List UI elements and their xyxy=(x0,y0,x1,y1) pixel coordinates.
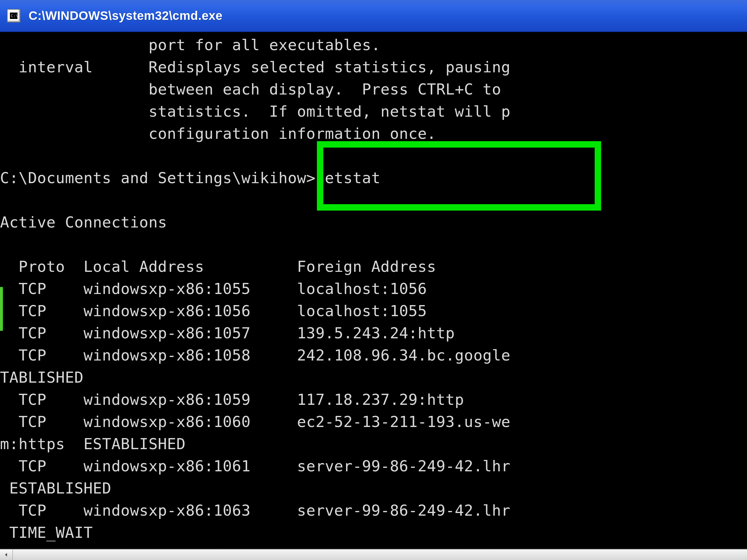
terminal-line: TCP windowsxp-x86:1059 117.18.237.29:htt… xyxy=(0,389,747,411)
terminal-line xyxy=(0,233,747,256)
horizontal-scrollbar[interactable] xyxy=(0,549,747,560)
terminal-output[interactable]: port for all executables. interval Redis… xyxy=(0,32,747,550)
window-title: C:\WINDOWS\system32\cmd.exe xyxy=(29,9,223,23)
terminal-line xyxy=(0,189,747,211)
terminal-line: TCP windowsxp-x86:1057 139.5.243.24:http xyxy=(0,322,747,344)
terminal-line: statistics. If omitted, netstat will p xyxy=(0,100,747,123)
terminal-line: Active Connections xyxy=(0,211,747,233)
terminal-line: C:\Documents and Settings\wikihow>netsta… xyxy=(0,167,747,189)
terminal-line: TCP windowsxp-x86:1055 localhost:1056 xyxy=(0,278,747,300)
terminal-line xyxy=(0,145,747,167)
terminal-line: TCP windowsxp-x86:1056 localhost:1055 xyxy=(0,300,747,322)
scroll-left-button[interactable] xyxy=(0,550,13,560)
terminal-line: TCP windowsxp-x86:1063 server-99-86-249-… xyxy=(0,499,747,522)
left-edge-sliver xyxy=(0,287,3,331)
terminal-line: interval Redisplays selected statistics,… xyxy=(0,56,747,78)
terminal-line: TIME_WAIT xyxy=(0,522,747,544)
terminal-line: TCP windowsxp-x86:1060 ec2-52-13-211-193… xyxy=(0,411,747,433)
scrollbar-track[interactable] xyxy=(13,550,747,560)
svg-text:C:\: C:\ xyxy=(11,14,18,18)
svg-marker-2 xyxy=(5,553,7,557)
window-titlebar[interactable]: C:\ C:\WINDOWS\system32\cmd.exe xyxy=(0,0,747,32)
terminal-line: port for all executables. xyxy=(0,34,747,56)
terminal-line: ESTABLISHED xyxy=(0,477,747,499)
terminal-line: TCP windowsxp-x86:1061 server-99-86-249-… xyxy=(0,455,747,477)
terminal-line: between each display. Press CTRL+C to xyxy=(0,78,747,100)
terminal-line: TCP windowsxp-x86:1058 242.108.96.34.bc.… xyxy=(0,344,747,366)
cmd-icon: C:\ xyxy=(7,9,20,23)
terminal-line: Proto Local Address Foreign Address xyxy=(0,256,747,278)
terminal-line: configuration information once. xyxy=(0,123,747,145)
terminal-line: TABLISHED xyxy=(0,366,747,389)
terminal-line: m:https ESTABLISHED xyxy=(0,433,747,455)
